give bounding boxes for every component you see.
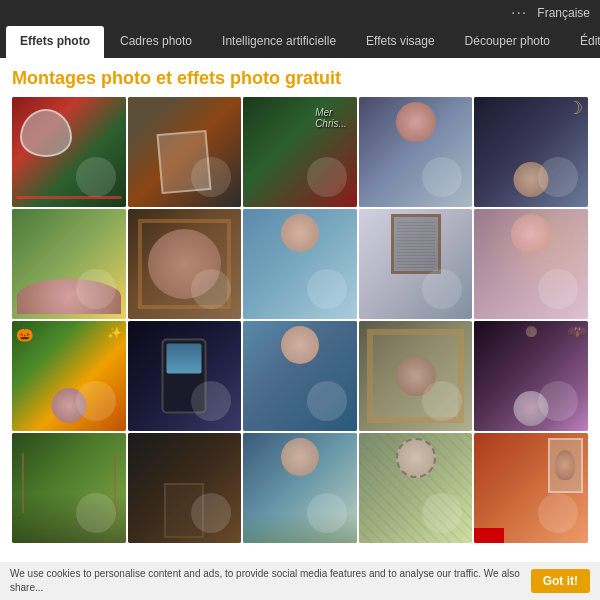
- tab-decouper-photo[interactable]: Découper photo: [451, 26, 564, 58]
- top-bar: ··· Française: [0, 0, 600, 26]
- grid-item-19[interactable]: [474, 433, 588, 543]
- grid-item-11[interactable]: [128, 321, 242, 431]
- grid-item-14[interactable]: 🦇 🌕: [474, 321, 588, 431]
- grid-item-5[interactable]: [12, 209, 126, 319]
- grid-item-12[interactable]: [243, 321, 357, 431]
- grid-item-18[interactable]: [359, 433, 473, 543]
- grid-item-6[interactable]: [128, 209, 242, 319]
- language-selector[interactable]: Française: [537, 6, 590, 20]
- grid-item-15[interactable]: [12, 433, 126, 543]
- tab-editeur-de-photo[interactable]: Éditeur de Photo: [566, 26, 600, 58]
- grid-item-13[interactable]: [359, 321, 473, 431]
- image-grid: MerChris... ☽: [0, 97, 600, 543]
- cookie-accept-button[interactable]: Got it!: [531, 569, 590, 593]
- grid-item-17[interactable]: [243, 433, 357, 543]
- grid-item-1[interactable]: [128, 97, 242, 207]
- grid-item-4[interactable]: ☽: [474, 97, 588, 207]
- cookie-text: We use cookies to personalise content an…: [10, 567, 521, 595]
- grid-item-7[interactable]: [243, 209, 357, 319]
- grid-item-3[interactable]: [359, 97, 473, 207]
- grid-item-10[interactable]: 🎃 ✨: [12, 321, 126, 431]
- tab-effets-visage[interactable]: Effets visage: [352, 26, 448, 58]
- grid-item-9[interactable]: [474, 209, 588, 319]
- cookie-bar: We use cookies to personalise content an…: [0, 562, 600, 600]
- grid-item-8[interactable]: [359, 209, 473, 319]
- tab-intelligence-artificielle[interactable]: Intelligence artificielle: [208, 26, 350, 58]
- grid-item-16[interactable]: [128, 433, 242, 543]
- grid-item-2[interactable]: MerChris...: [243, 97, 357, 207]
- page-title: Montages photo et effets photo gratuit: [0, 58, 600, 97]
- grid-item-0[interactable]: [12, 97, 126, 207]
- tab-cadres-photo[interactable]: Cadres photo: [106, 26, 206, 58]
- tab-effets-photo[interactable]: Effets photo: [6, 26, 104, 58]
- more-options-icon[interactable]: ···: [511, 4, 527, 22]
- nav-tabs: Effets photo Cadres photo Intelligence a…: [0, 26, 600, 58]
